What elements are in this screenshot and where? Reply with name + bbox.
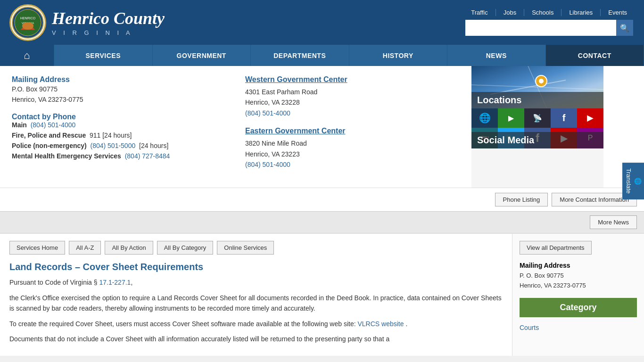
social-icon-1[interactable]: 🌐 bbox=[471, 108, 498, 128]
home-icon: ⌂ bbox=[24, 49, 30, 62]
social-youtube-icon[interactable]: ▶ bbox=[577, 108, 603, 128]
translate-icon: 🌐 bbox=[634, 177, 641, 185]
lower-section: Services Home All A-Z All By Action All … bbox=[0, 233, 644, 356]
phone-listing-button[interactable]: Phone Listing bbox=[495, 193, 548, 206]
mailing-address-title[interactable]: Mailing Address bbox=[12, 75, 70, 83]
lower-mailing-address: P. O. Box 90775 Henrico, VA 23273-0775 bbox=[520, 271, 637, 291]
category-box: Category bbox=[520, 298, 637, 317]
lower-inner: Services Home All A-Z All By Action All … bbox=[0, 234, 644, 356]
mailing-address-text: P.O. Box 90775 Henrico, VA 23273-0775 bbox=[12, 84, 226, 105]
eastern-center-block: Eastern Government Center 3820 Nine Mile… bbox=[245, 127, 460, 170]
nav-news[interactable]: NEWS bbox=[447, 45, 546, 66]
mental-health-label: Mental Health Emergency Services bbox=[12, 152, 121, 160]
svg-point-4 bbox=[22, 22, 33, 30]
search-input[interactable] bbox=[465, 20, 616, 36]
main-phone-row: Main (804) 501-4000 bbox=[12, 121, 226, 129]
nav-government[interactable]: GOVERNMENT bbox=[153, 45, 251, 66]
top-links-area: Traffic Jobs Schools Libraries Events 🔍 bbox=[463, 9, 635, 36]
social-facebook-icon[interactable]: f bbox=[551, 108, 577, 128]
contact-left: Mailing Address P.O. Box 90775 Henrico, … bbox=[12, 75, 226, 178]
social-rss-icon[interactable]: 📡 bbox=[524, 108, 551, 128]
code-link[interactable]: 17.1-227.1 bbox=[99, 279, 131, 286]
jobs-link[interactable]: Jobs bbox=[496, 9, 524, 16]
lower-right-sidebar: View all Departments Mailing Address P. … bbox=[512, 234, 644, 356]
nav-history[interactable]: HISTORY bbox=[349, 45, 448, 66]
view-all-departments-btn[interactable]: View all Departments bbox=[520, 241, 592, 255]
police-phone-row: Police (non-emergency) (804) 501-5000 [2… bbox=[12, 142, 226, 149]
vlrcs-link[interactable]: VLRCS website bbox=[358, 320, 404, 328]
top-links-row: Traffic Jobs Schools Libraries Events bbox=[463, 9, 635, 16]
social-media-label: Social Media bbox=[471, 132, 603, 148]
nav-services[interactable]: SERVICES bbox=[54, 45, 153, 66]
svg-text:HENRICO: HENRICO bbox=[20, 16, 36, 20]
mental-health-row: Mental Health Emergency Services (804) 7… bbox=[12, 152, 226, 160]
all-by-category-btn[interactable]: All By Category bbox=[157, 241, 214, 255]
main-nav: ⌂ SERVICES GOVERNMENT DEPARTMENTS HISTOR… bbox=[0, 45, 644, 66]
main-phone-label: Main bbox=[12, 121, 27, 129]
body-para3: To create the required Cover Sheet, user… bbox=[9, 319, 503, 329]
search-row: 🔍 bbox=[465, 20, 633, 36]
right-sidebar: Locations 🌐 ▶ 📡 f ▶ 📷 🐦 f ▶ P Social Med… bbox=[471, 66, 603, 188]
logo-text-block: Henrico County V I R G I N I A bbox=[52, 8, 165, 36]
logo-seal: HENRICO VIRGINIA bbox=[9, 4, 46, 41]
services-nav: Services Home All A-Z All By Action All … bbox=[9, 241, 503, 255]
contact-panel: Mailing Address P.O. Box 90775 Henrico, … bbox=[0, 66, 471, 188]
logo-title: Henrico County bbox=[52, 8, 165, 28]
fire-phone-row: Fire, Police and Rescue 911 [24 hours] bbox=[12, 132, 226, 139]
eastern-center-address: 3820 Nine Mile Road Henrico, VA 23223 (8… bbox=[245, 138, 460, 170]
eastern-phone-link[interactable]: (804) 501-4000 bbox=[245, 161, 290, 168]
contact-right: Western Government Center 4301 East Parh… bbox=[245, 75, 460, 178]
more-news-button[interactable]: More News bbox=[590, 215, 637, 229]
western-center-block: Western Government Center 4301 East Parh… bbox=[245, 75, 460, 118]
logo-area: HENRICO VIRGINIA Henrico County V I R G … bbox=[9, 4, 165, 41]
more-news-row: More News bbox=[0, 211, 644, 233]
body-para2: the Clerk's Office exercised the option … bbox=[9, 293, 503, 314]
all-az-btn[interactable]: All A-Z bbox=[69, 241, 101, 255]
eastern-center-title[interactable]: Eastern Government Center bbox=[245, 127, 460, 135]
page-title[interactable]: Land Records – Cover Sheet Requirements bbox=[9, 262, 503, 272]
courts-link[interactable]: Courts bbox=[520, 322, 637, 333]
lower-mailing-section: Mailing Address P. O. Box 90775 Henrico,… bbox=[520, 262, 637, 291]
nav-home-button[interactable]: ⌂ bbox=[0, 45, 54, 66]
nav-departments[interactable]: DEPARTMENTS bbox=[251, 45, 349, 66]
search-button[interactable]: 🔍 bbox=[616, 20, 633, 36]
translate-label: Translate bbox=[625, 168, 632, 194]
locations-label: Locations bbox=[471, 92, 603, 108]
lower-main: Services Home All A-Z All By Action All … bbox=[0, 234, 512, 356]
social-media-panel: 🌐 ▶ 📡 f ▶ 📷 🐦 f ▶ P Social Media bbox=[471, 108, 603, 148]
fire-phone-value: 911 [24 hours] bbox=[90, 132, 132, 139]
western-phone-link[interactable]: (804) 501-4000 bbox=[245, 109, 290, 117]
fire-phone-label: Fire, Police and Rescue bbox=[12, 132, 86, 139]
services-home-btn[interactable]: Services Home bbox=[9, 241, 65, 255]
police-phone-label: Police (non-emergency) bbox=[12, 142, 87, 149]
nav-contact[interactable]: CONTACT bbox=[546, 45, 644, 66]
schools-link[interactable]: Schools bbox=[524, 9, 561, 16]
events-link[interactable]: Events bbox=[601, 9, 635, 16]
logo-subtitle: V I R G I N I A bbox=[52, 29, 165, 36]
western-center-address: 4301 East Parham Road Henrico, VA 23228 … bbox=[245, 87, 460, 118]
locations-panel[interactable]: Locations bbox=[471, 66, 603, 108]
police-phone-link[interactable]: (804) 501-5000 bbox=[90, 142, 135, 149]
police-hours: [24 hours] bbox=[139, 142, 168, 149]
site-header: HENRICO VIRGINIA Henrico County V I R G … bbox=[0, 0, 644, 45]
svg-point-10 bbox=[539, 79, 544, 83]
western-center-title[interactable]: Western Government Center bbox=[245, 75, 460, 84]
contact-by-phone-title[interactable]: Contact by Phone bbox=[12, 113, 76, 121]
main-phone-link[interactable]: (804) 501-4000 bbox=[31, 121, 76, 129]
traffic-link[interactable]: Traffic bbox=[463, 9, 495, 16]
body-para1: Pursuant to Code of Virginia § 17.1-227.… bbox=[9, 277, 503, 288]
libraries-link[interactable]: Libraries bbox=[561, 9, 601, 16]
lower-mailing-title: Mailing Address bbox=[520, 262, 637, 269]
social-foursquare-icon[interactable]: ▶ bbox=[498, 108, 524, 128]
body-para4: Documents that do not include a Cover Sh… bbox=[9, 334, 503, 344]
online-services-btn[interactable]: Online Services bbox=[217, 241, 274, 255]
action-row: Phone Listing More Contact Information bbox=[0, 188, 644, 211]
content-wrapper: Mailing Address P.O. Box 90775 Henrico, … bbox=[0, 66, 644, 188]
all-by-action-btn[interactable]: All By Action bbox=[105, 241, 153, 255]
translate-button[interactable]: 🌐 Translate bbox=[622, 163, 644, 199]
mental-health-phone[interactable]: (804) 727-8484 bbox=[125, 152, 170, 160]
